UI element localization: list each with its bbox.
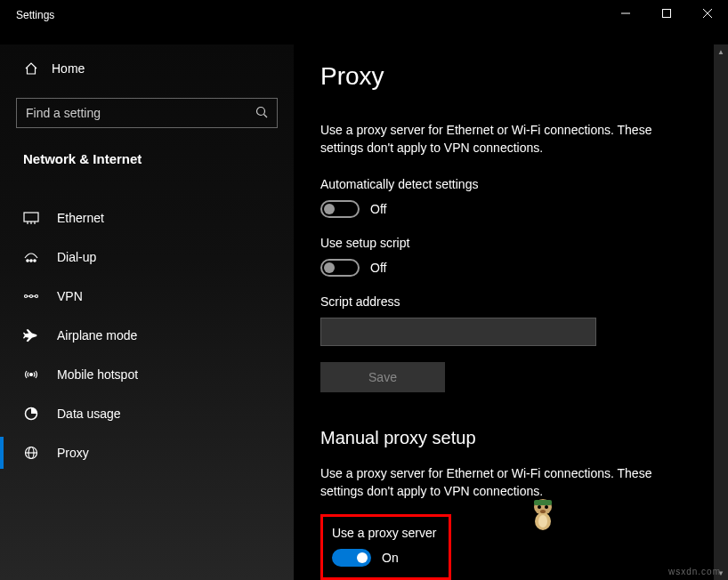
scrollbar[interactable]: ▲ ▼ bbox=[714, 44, 728, 580]
svg-rect-24 bbox=[534, 500, 552, 505]
manual-intro: Use a proxy server for Ethernet or Wi-Fi… bbox=[320, 464, 692, 501]
close-button[interactable] bbox=[687, 0, 728, 27]
sidebar-item-hotspot[interactable]: Mobile hotspot bbox=[16, 355, 278, 394]
auto-detect-toggle[interactable] bbox=[320, 200, 360, 218]
home-icon bbox=[23, 60, 39, 77]
setup-script-label: Use setup script bbox=[320, 236, 692, 250]
auto-detect-label: Automatically detect settings bbox=[320, 177, 692, 191]
setup-script-toggle[interactable] bbox=[320, 259, 360, 277]
section-heading: Network & Internet bbox=[16, 141, 278, 177]
svg-point-28 bbox=[545, 505, 548, 509]
svg-point-11 bbox=[30, 260, 32, 262]
sidebar-item-airplane[interactable]: Airplane mode bbox=[16, 316, 278, 355]
sidebar-item-label: Data usage bbox=[57, 407, 121, 421]
svg-point-4 bbox=[257, 107, 265, 115]
intro-text: Use a proxy server for Ethernet or Wi-Fi… bbox=[320, 121, 692, 157]
svg-rect-6 bbox=[24, 213, 38, 222]
use-proxy-state: On bbox=[382, 551, 399, 565]
svg-rect-1 bbox=[663, 10, 671, 18]
sidebar-item-label: Ethernet bbox=[57, 211, 104, 225]
dialup-icon bbox=[23, 249, 39, 265]
search-icon bbox=[255, 106, 268, 121]
setup-script-state: Off bbox=[370, 261, 386, 275]
watermark: wsxdn.com bbox=[668, 567, 721, 576]
globe-icon bbox=[23, 445, 39, 461]
sidebar-item-label: Dial-up bbox=[57, 250, 96, 264]
script-address-label: Script address bbox=[320, 294, 692, 309]
home-button[interactable]: Home bbox=[16, 44, 278, 82]
auto-detect-state: Off bbox=[370, 202, 386, 216]
hotspot-icon bbox=[23, 367, 39, 383]
sidebar-item-label: Proxy bbox=[57, 446, 89, 460]
sidebar-item-datausage[interactable]: Data usage bbox=[16, 394, 278, 433]
svg-point-17 bbox=[36, 295, 38, 298]
title-bar: Settings bbox=[0, 0, 728, 44]
svg-point-15 bbox=[30, 295, 33, 298]
maximize-button[interactable] bbox=[646, 0, 687, 27]
use-proxy-label: Use a proxy server bbox=[332, 526, 436, 540]
svg-point-29 bbox=[540, 510, 546, 513]
script-address-input[interactable] bbox=[320, 318, 596, 346]
sidebar-item-ethernet[interactable]: Ethernet bbox=[16, 198, 278, 238]
sidebar-item-vpn[interactable]: VPN bbox=[16, 277, 278, 316]
sidebar-item-label: Mobile hotspot bbox=[57, 367, 138, 382]
manual-heading: Manual proxy setup bbox=[320, 428, 692, 448]
svg-point-18 bbox=[30, 374, 33, 376]
minimize-button[interactable] bbox=[605, 0, 646, 27]
mascot-icon bbox=[527, 495, 559, 530]
scroll-up-icon[interactable]: ▲ bbox=[714, 44, 728, 59]
airplane-icon bbox=[23, 327, 39, 343]
save-button[interactable]: Save bbox=[320, 362, 445, 392]
data-usage-icon bbox=[23, 406, 39, 422]
search-field[interactable] bbox=[26, 106, 255, 120]
svg-point-13 bbox=[25, 295, 28, 298]
window-title: Settings bbox=[0, 0, 54, 21]
sidebar-item-proxy[interactable]: Proxy bbox=[16, 433, 278, 472]
sidebar-item-label: Airplane mode bbox=[57, 328, 137, 342]
page-title: Proxy bbox=[320, 62, 692, 91]
search-input[interactable] bbox=[16, 98, 278, 128]
sidebar: Home Network & Internet Ethernet bbox=[0, 44, 294, 580]
nav-list: Ethernet Dial-up VPN Airplane mode bbox=[16, 198, 278, 472]
home-label: Home bbox=[52, 61, 85, 76]
vpn-icon bbox=[23, 288, 39, 304]
svg-point-10 bbox=[27, 260, 28, 262]
highlight-annotation: Use a proxy server On bbox=[320, 514, 451, 580]
svg-point-26 bbox=[538, 515, 547, 528]
sidebar-item-dialup[interactable]: Dial-up bbox=[16, 238, 278, 277]
ethernet-icon bbox=[23, 210, 39, 226]
svg-point-12 bbox=[34, 260, 36, 262]
use-proxy-toggle[interactable] bbox=[332, 549, 371, 567]
svg-line-5 bbox=[264, 114, 268, 117]
svg-point-27 bbox=[538, 505, 541, 509]
sidebar-item-label: VPN bbox=[57, 289, 83, 303]
content-area: Proxy Use a proxy server for Ethernet or… bbox=[294, 44, 728, 580]
